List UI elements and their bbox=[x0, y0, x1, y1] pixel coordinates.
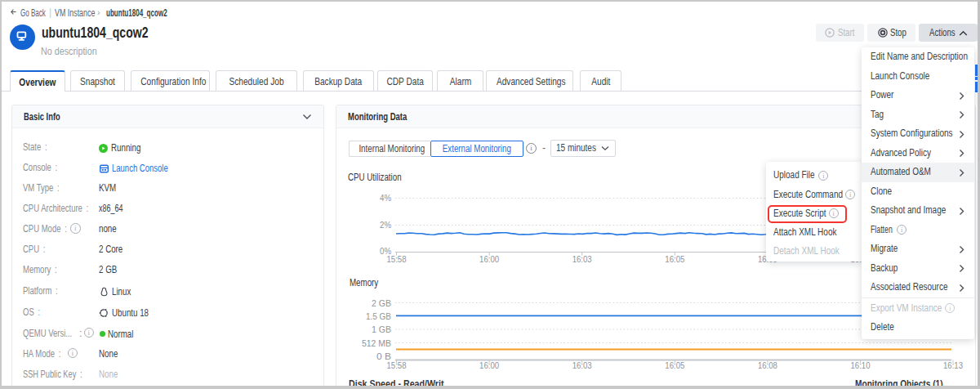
svg-text:1 GB: 1 GB bbox=[372, 324, 391, 334]
svg-text:16:13: 16:13 bbox=[943, 360, 963, 370]
svg-text:15:58: 15:58 bbox=[387, 254, 407, 264]
svg-text:2%: 2% bbox=[380, 220, 391, 230]
svg-text:16:00: 16:00 bbox=[479, 254, 499, 264]
svg-text:16:00: 16:00 bbox=[479, 360, 499, 370]
svg-text:16:03: 16:03 bbox=[572, 360, 592, 370]
svg-text:4%: 4% bbox=[380, 193, 391, 203]
svg-text:15:58: 15:58 bbox=[387, 360, 407, 370]
svg-text:16:08: 16:08 bbox=[758, 360, 777, 370]
svg-text:2 GB: 2 GB bbox=[372, 298, 391, 308]
svg-text:16:05: 16:05 bbox=[665, 360, 684, 370]
svg-text:16:10: 16:10 bbox=[851, 360, 871, 370]
svg-text:16:03: 16:03 bbox=[572, 254, 592, 264]
svg-text:512 MB: 512 MB bbox=[362, 338, 391, 348]
svg-text:16:05: 16:05 bbox=[665, 254, 684, 264]
svg-text:1.5 GB: 1.5 GB bbox=[366, 311, 391, 321]
